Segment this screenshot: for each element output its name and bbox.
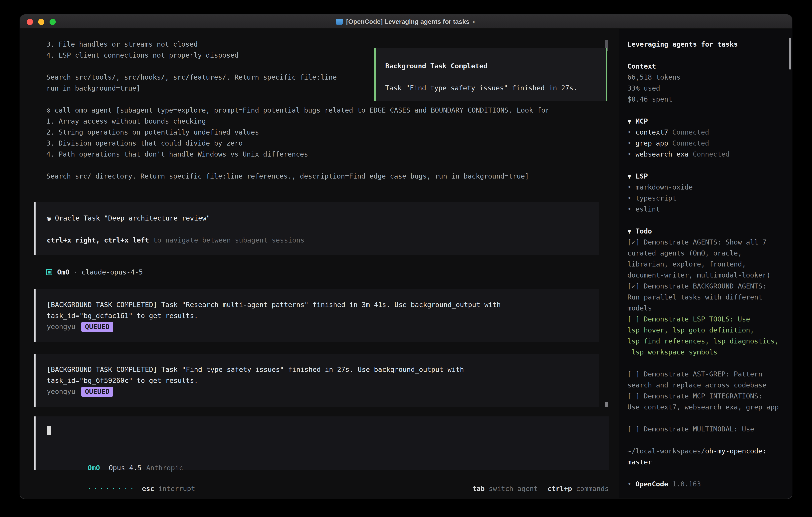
lsp-section-heading[interactable]: ▼ LSP [628,171,792,182]
agent-header: OmO · claude-opus-4-5 [46,267,619,278]
queued-badge: QUEUED [81,387,113,397]
context-heading: Context [628,61,792,72]
bullet-icon: • [628,139,631,147]
toast-body: Task "Find type safety issues" finished … [385,83,606,93]
scrollback-line: 1. Array access without bounds checking [46,116,619,127]
mcp-item: •grep_app Connected [628,138,792,149]
status-left: ········esc interrupt [46,472,195,483]
sidebar: Leveraging agents for tasks Context 66,5… [619,29,792,498]
agent-model: claude-opus-4-5 [82,267,143,278]
bullet-icon: • [628,194,631,202]
message-line: [BACKGROUND TASK COMPLETED] Task "Find t… [47,364,600,375]
message-meta: yeongyuQUEUED [47,321,600,332]
esc-key-hint: esc [142,485,154,493]
busy-indicator-icon: ◐ [472,18,476,25]
zoom-button[interactable] [50,19,56,25]
input-model: Opus 4.5 [109,464,142,472]
bullet-icon: • [628,150,631,158]
author: yeongyu [47,387,75,396]
mcp-item: •context7 Connected [628,127,792,138]
separator: · [73,267,77,278]
agent-name: OmO [57,267,69,278]
esc-label: interrupt [158,485,195,493]
input-agent-name: OmO [88,464,100,472]
tab-key-hint: tab [472,485,485,493]
todo-item-pending: [ ] Demonstrate AST-GREP: Pattern search… [628,369,787,391]
mcp-item: •websearch_exa Connected [628,149,792,160]
folder-icon [336,19,343,25]
todo-item-active: [ ] Demonstrate LSP TOOLS: Use lsp_hover… [628,314,787,358]
scrollback-line: 3. Division operations that could divide… [46,138,619,149]
bullet-icon: • [628,205,631,213]
mcp-section-heading[interactable]: ▼ MCP [628,116,792,127]
message-meta: yeongyuQUEUED [47,386,600,397]
assistant-message: [BACKGROUND TASK COMPLETED] Task "Resear… [34,289,600,342]
context-spent: $0.46 spent [628,94,792,105]
background-task-toast: Background Task Completed Task "Find typ… [374,48,607,101]
sidebar-scrollbar-thumb[interactable] [789,37,791,70]
workspace-path: ~/local-workspaces/oh-my-opencode: [628,446,792,457]
traffic-lights [27,15,56,29]
main-scrollbar-mark [605,402,608,407]
app-window: [OpenCode] Leveraging agents for tasks ◐… [20,15,792,499]
scrollback-line [46,160,619,171]
status-bar: ········esc interrupt tab switch agentct… [46,472,609,483]
scrollback-line: 2. String operations on potentially unde… [46,127,619,138]
bullet-icon: • [628,480,631,488]
app-name: OpenCode [635,480,668,488]
message-line: task_id="bg_6f59260c" to get results. [47,375,600,386]
window-title-text: [OpenCode] Leveraging agents for tasks [346,18,469,25]
lsp-item: •markdown-oxide [628,182,792,193]
assistant-message: [BACKGROUND TASK COMPLETED] Task "Find t… [34,354,600,407]
input-provider: Anthropic [146,464,183,472]
todo-item-done: [✓] Demonstrate BACKGROUND AGENTS: Run p… [628,281,787,314]
agent-icon [46,269,52,275]
scrollback-line-tool-call: ⚙ call_omo_agent [subagent_type=explore,… [46,105,619,116]
ctrlp-key-hint: ctrl+p [548,485,572,493]
terminal-main: Background Task Completed Task "Find typ… [20,29,619,498]
input-meta: OmOOpus 4.5Anthropic [47,452,609,462]
context-tokens: 66,518 tokens [628,72,792,83]
text-cursor [47,426,51,435]
bullet-icon: • [628,183,631,191]
prompt-input[interactable]: OmOOpus 4.5Anthropic [34,416,609,470]
record-icon: ◉ [47,214,51,222]
scrollback-line: 4. Path operations that don't handle Win… [46,149,619,160]
workspace-branch: master [628,457,792,468]
todo-item-pending: [ ] Demonstrate MULTIMODAL: Use [628,424,787,435]
window-title: [OpenCode] Leveraging agents for tasks ◐ [336,18,476,25]
hint-keys: ctrl+x right, ctrl+x left [47,236,149,244]
status-right: tab switch agentctrl+p commands [432,472,609,483]
context-used: 33% used [628,83,792,94]
titlebar: [OpenCode] Leveraging agents for tasks ◐ [20,15,792,29]
spinner-icon: ········ [87,485,136,493]
todo-item-done: [✓] Demonstrate AGENTS: Show all 7 curat… [628,237,787,281]
message-line: [BACKGROUND TASK COMPLETED] Task "Resear… [47,299,600,310]
app-version: 1.0.163 [672,480,701,488]
author: yeongyu [47,323,75,331]
oracle-hint: ctrl+x right, ctrl+x left to navigate be… [47,235,600,246]
minimize-button[interactable] [38,19,45,25]
session-title: Leveraging agents for tasks [628,39,792,50]
message-line: task_id="bg_dcfac161" to get results. [47,310,600,321]
ctrlp-label: commands [576,485,609,493]
todo-section-heading[interactable]: ▼ Todo [628,226,792,237]
todo-item-pending: [ ] Demonstrate MCP INTEGRATIONS: Use co… [628,391,787,413]
oracle-task-panel: ◉ Oracle Task "Deep architecture review"… [34,202,600,255]
bullet-icon: • [628,128,631,136]
queued-badge: QUEUED [81,322,113,332]
version-line: •OpenCode 1.0.163 [628,479,792,490]
close-button[interactable] [27,19,33,25]
toast-title: Background Task Completed [385,61,606,72]
lsp-item: •eslint [628,204,792,215]
tab-label: switch agent [489,485,538,493]
lsp-item: •typescript [628,193,792,204]
scrollback-line: Search src/ directory. Return specific f… [46,171,619,182]
oracle-task-title: ◉ Oracle Task "Deep architecture review" [47,213,600,224]
